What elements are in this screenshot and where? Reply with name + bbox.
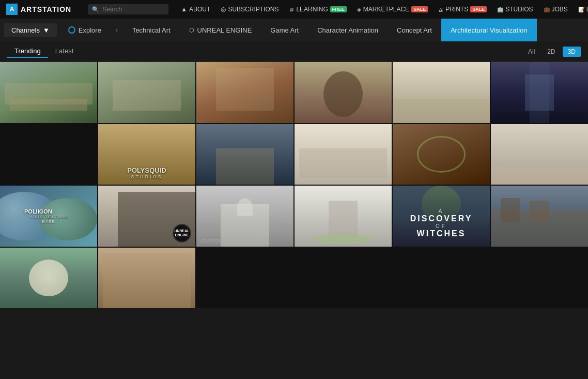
poliigon-sub: YOUR TEXTURE BASE bbox=[24, 215, 73, 224]
nav-studios[interactable]: 🏢 STUDIOS bbox=[497, 6, 533, 13]
channel-bar: Channels ▼ Explore ‹ Technical Art ⬡ UNR… bbox=[0, 19, 588, 41]
explore-dot-icon bbox=[68, 26, 75, 34]
grid-item-1[interactable]: ⊞ bbox=[0, 62, 97, 123]
grid-item-unreal[interactable]: UNREALENGINE bbox=[98, 186, 195, 247]
blogs-icon: 📝 bbox=[578, 7, 584, 12]
learning-badge: FREE bbox=[330, 6, 347, 12]
unreal-icon: ⬡ bbox=[189, 27, 194, 34]
about-icon: ▲ bbox=[181, 6, 187, 13]
grid-item-2[interactable]: ⊞ bbox=[98, 62, 195, 123]
discovery-main: DISCOVERY bbox=[410, 214, 473, 223]
discovery-text: A DISCOVERY OF WITCHES bbox=[410, 208, 473, 238]
channel-scroll-left[interactable]: ‹ bbox=[111, 19, 123, 41]
grid-item-3[interactable]: ⊞ ⚙ bbox=[196, 62, 293, 123]
grid-item-lamp[interactable] bbox=[0, 248, 97, 309]
filter-tabs: Trending Latest bbox=[7, 45, 81, 58]
learning-icon: 🖥 bbox=[289, 7, 294, 12]
channel-game-art[interactable]: Game Art bbox=[261, 19, 308, 41]
grid-item-10[interactable]: ⊞ bbox=[491, 124, 588, 185]
nav-blogs[interactable]: 📝 BLOGS bbox=[578, 6, 588, 13]
nav-subscriptions[interactable]: ◎ SUBSCRIPTIONS bbox=[221, 6, 278, 13]
channel-concept-art[interactable]: Concept Art bbox=[388, 19, 441, 41]
channel-technical-art[interactable]: Technical Art bbox=[123, 19, 180, 41]
nav-links: ▲ ABOUT ◎ SUBSCRIPTIONS 🖥 LEARNING FREE … bbox=[181, 6, 588, 13]
marketplace-badge: SALE bbox=[411, 6, 428, 12]
subscriptions-icon: ◎ bbox=[221, 6, 226, 13]
grid-item-discovery[interactable]: ⊞ A DISCOVERY OF WITCHES bbox=[393, 186, 490, 247]
grid-item-4[interactable]: ⊞ ⚙ bbox=[295, 62, 392, 123]
nav-prints[interactable]: 🖨 PRINTS SALE bbox=[438, 6, 487, 13]
discovery-of: OF bbox=[410, 223, 473, 229]
grid-item-9[interactable]: ⊞ bbox=[393, 124, 490, 185]
view-3d[interactable]: 3D bbox=[563, 47, 581, 57]
grid-item-village[interactable]: ⊞ bbox=[491, 186, 588, 247]
grid-item-poliigon[interactable]: POLIIGON YOUR TEXTURE BASE bbox=[0, 186, 97, 247]
search-input[interactable] bbox=[102, 6, 164, 13]
channel-unreal-engine[interactable]: ⬡ UNREAL ENGINE bbox=[180, 19, 261, 41]
top-navigation: A ARTSTATION 🔍 ▲ ABOUT ◎ SUBSCRIPTIONS 🖥… bbox=[0, 0, 588, 19]
leartes-badge: LEARTES bbox=[199, 238, 221, 244]
nav-marketplace[interactable]: ◈ MARKETPLACE SALE bbox=[357, 6, 428, 13]
view-tabs: All 2D 3D bbox=[523, 47, 581, 57]
discovery-a: A bbox=[410, 208, 473, 214]
prints-badge: SALE bbox=[470, 6, 487, 12]
view-2d[interactable]: 2D bbox=[542, 47, 560, 57]
unreal-engine-logo: UNREALENGINE bbox=[173, 224, 191, 242]
grid-item-7[interactable]: ⊞ bbox=[196, 124, 293, 185]
unreal-circle-icon: UNREALENGINE bbox=[173, 224, 191, 242]
polysquid-logo: POLYSQUID STUDIOS bbox=[127, 166, 166, 179]
grid-item-capitol[interactable]: ⊞ LEARTES bbox=[196, 186, 293, 247]
filter-bar: Trending Latest All 2D 3D bbox=[0, 41, 588, 62]
marketplace-icon: ◈ bbox=[357, 7, 361, 12]
grid-item-bedroom[interactable] bbox=[98, 248, 195, 309]
nav-learning[interactable]: 🖥 LEARNING FREE bbox=[289, 6, 346, 13]
grid-item-tower[interactable]: ⊞ bbox=[295, 186, 392, 247]
grid-item-8[interactable]: ⊞ bbox=[295, 124, 392, 185]
logo-text: ARTSTATION bbox=[21, 5, 71, 13]
nav-jobs[interactable]: 💼 JOBS bbox=[544, 6, 568, 13]
studios-icon: 🏢 bbox=[497, 7, 503, 12]
poliigon-name: POLIIGON bbox=[24, 208, 73, 215]
chevron-down-icon: ▼ bbox=[43, 26, 50, 34]
poliigon-logo: POLIIGON YOUR TEXTURE BASE bbox=[24, 208, 73, 224]
logo-icon: A bbox=[6, 4, 18, 15]
logo[interactable]: A ARTSTATION bbox=[6, 4, 71, 15]
channel-character-animation[interactable]: Character Animation bbox=[308, 19, 388, 41]
grid-item-5[interactable]: ⊞ bbox=[393, 62, 490, 123]
search-box[interactable]: 🔍 bbox=[88, 4, 168, 14]
tab-latest[interactable]: Latest bbox=[48, 45, 81, 58]
grid-item-polysquid[interactable]: POLYSQUID STUDIOS bbox=[98, 124, 195, 185]
search-icon: 🔍 bbox=[92, 6, 99, 13]
tab-trending[interactable]: Trending bbox=[7, 45, 48, 58]
channel-architectural-viz[interactable]: Architectural Visualization bbox=[441, 19, 537, 41]
prints-icon: 🖨 bbox=[438, 7, 443, 12]
artwork-grid: ⊞ ⊞ ⊞ ⚙ ⊞ ⚙ ⊞ ⊞ bbox=[0, 62, 588, 308]
view-all[interactable]: All bbox=[523, 47, 540, 57]
discovery-witches: WITCHES bbox=[410, 229, 473, 238]
nav-about[interactable]: ▲ ABOUT bbox=[181, 6, 210, 13]
polysquid-sub: STUDIOS bbox=[127, 174, 166, 179]
channels-button[interactable]: Channels ▼ bbox=[4, 23, 57, 37]
polysquid-main: POLYSQUID bbox=[127, 166, 166, 174]
grid-item-6[interactable]: ⊞ bbox=[491, 62, 588, 123]
explore-channel[interactable]: Explore bbox=[59, 19, 111, 41]
jobs-icon: 💼 bbox=[544, 7, 550, 12]
